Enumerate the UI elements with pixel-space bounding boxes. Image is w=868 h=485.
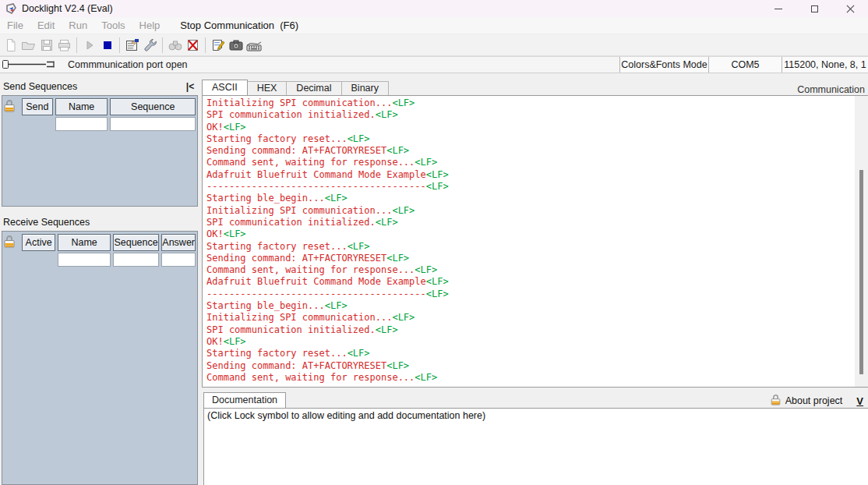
comm-line: Starting factory reset...<LF> xyxy=(206,133,852,145)
tab-documentation[interactable]: Documentation xyxy=(203,392,286,408)
comm-scrollbar-track[interactable] xyxy=(855,96,868,387)
maximize-icon xyxy=(811,5,818,12)
comm-line: SPI communication initialized.<LF> xyxy=(206,109,852,121)
comm-scrollbar-thumb[interactable] xyxy=(859,170,863,374)
maximize-button[interactable] xyxy=(796,0,832,17)
stop-communication-icon xyxy=(101,39,114,51)
clear-communication-icon xyxy=(185,38,200,52)
stop-communication-button[interactable] xyxy=(98,36,116,55)
tab-hex[interactable]: HEX xyxy=(247,81,288,95)
communication-window[interactable]: Initializing SPI communication...<LF>SPI… xyxy=(202,95,868,388)
lf-token: <LF> xyxy=(348,241,370,252)
lf-token: <LF> xyxy=(224,336,246,347)
window-title: Docklight V2.4 (Eval) xyxy=(22,3,113,14)
receive-answer-input[interactable] xyxy=(161,253,196,267)
send-name-input[interactable] xyxy=(55,117,108,131)
about-project-label[interactable]: About project xyxy=(785,395,843,406)
collapse-sidebar-button[interactable]: |< xyxy=(182,80,198,94)
lf-token: <LF> xyxy=(224,228,246,239)
documentation-content: (Click Lock symbol to allow editing and … xyxy=(203,408,868,485)
comm-line: OK!<LF> xyxy=(206,228,852,240)
lf-token: <LF> xyxy=(376,324,398,335)
rx-text: Initializing SPI communication... xyxy=(206,312,392,323)
receive-lock-icon[interactable] xyxy=(4,234,19,250)
rx-text: Initializing SPI communication... xyxy=(206,205,392,216)
minimize-button[interactable] xyxy=(760,0,796,17)
sequence-column-header: Sequence xyxy=(113,234,159,251)
lf-token: <LF> xyxy=(415,264,437,275)
snapshot-button[interactable] xyxy=(227,36,245,55)
comm-line: OK!<LF> xyxy=(206,336,852,348)
toolbar xyxy=(0,34,868,56)
comm-tab-bar: ASCII HEX Decimal Binary Communication xyxy=(202,80,868,95)
save-project-icon xyxy=(40,38,54,52)
lf-token: <LF> xyxy=(386,253,409,264)
comm-line: Sending command: AT+FACTORYRESET<LF> xyxy=(206,145,852,157)
send-column-header: Send xyxy=(22,98,53,115)
snapshot-camera-icon xyxy=(228,38,244,52)
send-sequence-input[interactable] xyxy=(110,117,196,131)
comm-line: Command sent, waiting for response...<LF… xyxy=(206,157,852,168)
print-icon xyxy=(57,38,72,52)
status-port-cell[interactable]: COM5 xyxy=(709,57,782,73)
start-communication-icon xyxy=(83,39,96,51)
options-wrench-icon xyxy=(143,37,158,52)
menu-edit: Edit xyxy=(30,18,62,33)
menu-run: Run xyxy=(62,18,94,33)
send-lock-icon[interactable] xyxy=(4,98,19,115)
toolbar-separator xyxy=(76,37,77,53)
status-port-settings-cell[interactable]: 115200, None, 8, 1 xyxy=(782,57,868,73)
view-shortcut-link[interactable]: V xyxy=(856,395,865,407)
receive-name-input[interactable] xyxy=(58,253,110,267)
lf-token: <LF> xyxy=(325,193,348,204)
status-bar: Commmunication port open Colors&Fonts Mo… xyxy=(0,56,868,73)
clear-communication-button[interactable] xyxy=(184,36,202,55)
comm-line: SPI communication initialized.<LF> xyxy=(206,324,852,336)
comm-line: Command sent, waiting for response...<LF… xyxy=(206,372,852,384)
options-button[interactable] xyxy=(141,36,159,55)
tab-binary[interactable]: Binary xyxy=(341,81,389,95)
sequence-column-header: Sequence xyxy=(110,98,196,115)
find-binoculars-icon xyxy=(168,38,183,52)
lf-token: <LF> xyxy=(224,122,246,133)
docklight-logo-icon xyxy=(5,3,17,15)
comm-line: Initializing SPI communication...<LF> xyxy=(206,97,852,109)
toolbar-separator xyxy=(205,37,206,53)
edit-notes-button[interactable] xyxy=(209,36,227,55)
comm-line: Starting factory reset...<LF> xyxy=(206,348,852,359)
close-button[interactable] xyxy=(832,0,868,17)
comm-line: Starting ble_begin...<LF> xyxy=(206,193,852,204)
documentation-lock-icon[interactable] xyxy=(771,394,781,408)
answer-column-header: Answer xyxy=(161,234,196,251)
new-project-icon xyxy=(4,38,18,52)
toolbar-separator xyxy=(119,37,120,53)
rx-text: Starting factory reset... xyxy=(206,241,348,252)
comm-line: SPI communication initialized.<LF> xyxy=(206,217,852,228)
name-column-header: Name xyxy=(55,98,108,115)
lf-token: <LF> xyxy=(386,145,409,156)
tab-ascii[interactable]: ASCII xyxy=(202,80,248,95)
lf-token: <LF> xyxy=(376,217,398,228)
close-icon xyxy=(846,5,855,13)
rx-text: Command sent, waiting for response... xyxy=(206,372,415,383)
keyboard-console-button[interactable] xyxy=(245,36,263,55)
tab-decimal[interactable]: Decimal xyxy=(286,81,341,95)
rx-text: Sending command: AT+FACTORYRESET xyxy=(206,145,386,156)
lf-token: <LF> xyxy=(426,169,449,180)
comm-line: ---------------------------------------<… xyxy=(206,289,852,300)
name-column-header: Name xyxy=(58,234,110,251)
comm-line: ---------------------------------------<… xyxy=(206,181,852,193)
status-mode-cell[interactable]: Colors&Fonts Mode xyxy=(620,57,709,73)
lf-token: <LF> xyxy=(386,360,409,371)
find-sequence-button xyxy=(166,36,184,55)
menu-stop-communication[interactable]: Stop Communication (F6) xyxy=(173,18,305,33)
documentation-placeholder: (Click Lock symbol to allow editing and … xyxy=(207,410,485,421)
rx-text: Starting factory reset... xyxy=(206,133,348,144)
project-settings-button[interactable] xyxy=(123,36,141,55)
rx-text: --------------------------------------- xyxy=(206,289,426,299)
send-sequences-title: Send Sequences xyxy=(3,81,77,92)
rx-text: Initializing SPI communication... xyxy=(206,97,392,108)
receive-sequence-input[interactable] xyxy=(113,253,160,267)
rx-text: Adafruit Bluefruit Command Mode Example xyxy=(206,276,426,287)
communication-window-label: Communication xyxy=(797,84,868,95)
